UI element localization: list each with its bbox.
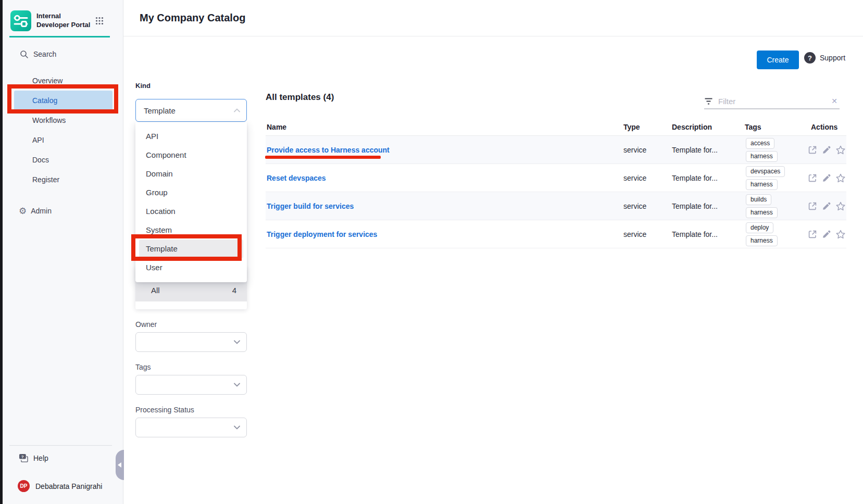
tag-chip[interactable]: access [746,138,774,149]
kind-option-domain[interactable]: Domain [135,165,247,183]
kind-option-template[interactable]: Template [139,240,243,258]
edit-pencil-icon[interactable] [821,229,832,240]
column-header-description[interactable]: Description [672,123,712,131]
page-header: My Company Catalog [123,0,863,36]
open-in-new-icon[interactable] [807,229,818,240]
sidebar-item-catalog[interactable]: Catalog [14,91,112,110]
star-icon[interactable] [835,201,846,211]
edit-pencil-icon[interactable] [821,173,832,183]
table-header-row: Name Type Description Tags Actions [266,123,846,136]
sidebar-item-overview[interactable]: Overview [3,71,123,91]
create-button[interactable]: Create [757,51,799,69]
tag-chip[interactable]: harness [746,151,778,162]
table-row: Reset devspaces service Template for... … [266,164,846,192]
template-link[interactable]: Trigger build for services [267,202,354,210]
sidebar-item-register[interactable]: Register [3,170,123,190]
nav-label: Register [32,175,59,184]
page-title: My Company Catalog [140,12,245,24]
processing-status-filter-label: Processing Status [135,406,194,414]
tags-select[interactable] [135,375,247,395]
type-cell: service [623,230,646,238]
kind-option-user[interactable]: User [135,258,247,277]
chevron-up-icon [234,108,240,112]
processing-status-select[interactable] [135,418,247,437]
table-row: Trigger build for services service Templ… [266,192,846,220]
open-in-new-icon[interactable] [807,201,818,211]
tag-chip[interactable]: deploy [746,222,773,233]
tags-cell: access harness [746,138,778,162]
tag-chip[interactable]: harness [746,179,778,190]
sidebar-item-docs[interactable]: Docs [3,150,123,170]
gear-icon: ⚙ [19,207,27,216]
svg-text:?: ? [21,455,24,459]
nav-label: Workflows [32,116,66,124]
nav-label: Overview [32,77,62,85]
type-cell: service [623,202,646,210]
sidebar-item-admin[interactable]: ⚙ Admin [19,201,52,221]
sidebar-item-workflows[interactable]: Workflows [3,110,123,130]
template-link[interactable]: Provide access to Harness account [267,146,390,154]
star-icon[interactable] [835,173,846,183]
type-cell: service [623,146,646,154]
chevron-down-icon [234,425,240,430]
star-icon[interactable] [835,229,846,240]
tag-chip[interactable]: devspaces [746,166,785,177]
kind-option-api[interactable]: API [135,127,247,146]
tag-chip[interactable]: harness [746,235,778,246]
column-header-type[interactable]: Type [623,123,640,131]
column-header-name[interactable]: Name [267,123,286,131]
user-profile[interactable]: DP Debabrata Panigrahi [18,480,102,492]
brand-divider [9,36,110,37]
open-in-new-icon[interactable] [807,173,818,183]
template-link[interactable]: Trigger deployment for services [267,230,377,238]
kind-option-system[interactable]: System [135,221,247,240]
search-label: Search [33,50,56,58]
sidebar-item-api[interactable]: API [3,130,123,150]
edit-pencil-icon[interactable] [821,145,832,155]
support-button[interactable]: ? Support [804,52,845,64]
template-link[interactable]: Reset devspaces [267,174,326,182]
tags-cell: devspaces harness [746,166,785,190]
table-body: Provide access to Harness account servic… [266,136,846,248]
brand-title: Internal Developer Portal [36,12,95,30]
column-header-tags[interactable]: Tags [745,123,761,131]
kind-select[interactable]: Template [135,99,247,122]
help-label: Help [33,454,48,462]
sidebar: Internal Developer Portal Search Overvie… [3,0,123,504]
sidebar-nav: Overview Catalog Workflows API Docs Regi… [3,71,123,190]
nav-label: Docs [32,156,49,164]
kind-dropdown-menu: API Component Domain Group Location Syst… [135,122,247,282]
tag-chip[interactable]: harness [746,207,778,218]
table-title: All templates (4) [266,92,334,103]
clear-filter-icon[interactable]: ✕ [829,97,840,105]
support-label: Support [820,54,845,62]
kind-option-location[interactable]: Location [135,202,247,221]
sidebar-bottom-divider [9,445,112,446]
owner-filter-label: Owner [135,320,157,329]
funnel-icon [704,97,713,105]
kind-option-component[interactable]: Component [135,146,247,165]
search-icon [20,50,28,58]
description-cell: Template for... [672,146,718,154]
filter-input[interactable] [718,97,817,106]
owner-select[interactable] [135,332,247,352]
app-grid-icon[interactable] [95,17,104,25]
kind-option-group[interactable]: Group [135,183,247,202]
actions-cell [807,229,846,240]
tags-filter-label: Tags [135,363,151,371]
table-row: Trigger deployment for services service … [266,220,846,248]
brand-logo[interactable]: Internal Developer Portal [10,10,95,31]
tags-cell: builds harness [746,194,778,218]
sidebar-collapse-handle[interactable] [116,450,124,480]
nav-label: API [32,136,44,144]
chevron-down-icon [234,383,240,387]
tag-chip[interactable]: builds [746,194,771,205]
edit-pencil-icon[interactable] [821,201,832,211]
admin-label: Admin [31,207,52,215]
sidebar-item-search[interactable]: Search [20,50,56,58]
star-icon[interactable] [835,145,846,155]
chevron-down-icon [234,340,240,344]
open-in-new-icon[interactable] [807,145,818,155]
description-cell: Template for... [672,202,718,210]
sidebar-item-help[interactable]: ? Help [19,453,48,463]
